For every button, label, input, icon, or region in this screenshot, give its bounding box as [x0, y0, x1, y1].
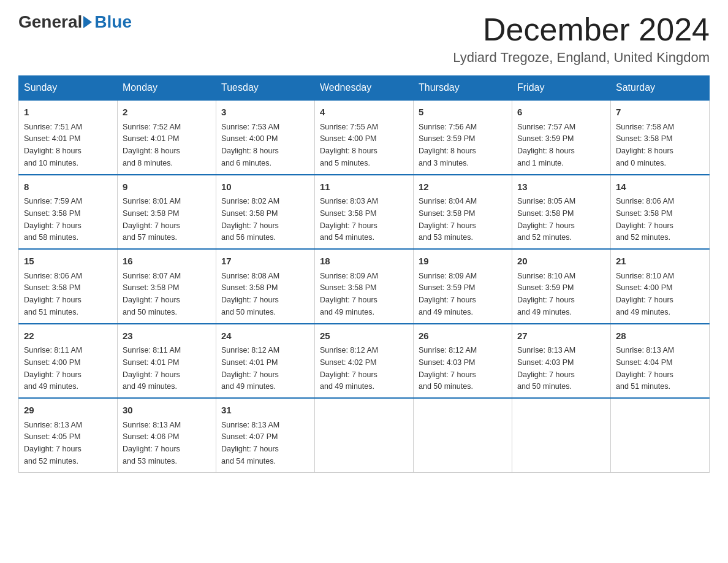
day-number: 30 [123, 404, 211, 418]
calendar-week-3: 15Sunrise: 8:06 AMSunset: 3:58 PMDayligh… [19, 249, 710, 324]
logo-general-text: General [18, 12, 82, 32]
day-info: Sunrise: 8:08 AMSunset: 3:58 PMDaylight:… [221, 272, 279, 316]
calendar-cell [414, 398, 512, 472]
calendar-cell: 17Sunrise: 8:08 AMSunset: 3:58 PMDayligh… [216, 249, 315, 324]
day-info: Sunrise: 7:53 AMSunset: 4:00 PMDaylight:… [221, 123, 279, 167]
page-header: General Blue December 2024 Lydiard Trego… [18, 12, 710, 66]
day-info: Sunrise: 8:13 AMSunset: 4:03 PMDaylight:… [517, 346, 575, 391]
day-number: 1 [24, 105, 112, 120]
day-info: Sunrise: 7:56 AMSunset: 3:59 PMDaylight:… [419, 123, 477, 167]
weekday-header-thursday: Thursday [414, 76, 512, 101]
calendar-cell: 31Sunrise: 8:13 AMSunset: 4:07 PMDayligh… [216, 398, 315, 472]
day-number: 11 [320, 180, 408, 194]
day-number: 21 [616, 255, 704, 269]
calendar-table: SundayMondayTuesdayWednesdayThursdayFrid… [18, 75, 710, 473]
day-info: Sunrise: 7:55 AMSunset: 4:00 PMDaylight:… [320, 123, 378, 167]
weekday-header-monday: Monday [118, 76, 216, 101]
calendar-cell: 19Sunrise: 8:09 AMSunset: 3:59 PMDayligh… [414, 249, 512, 324]
calendar-cell: 20Sunrise: 8:10 AMSunset: 3:59 PMDayligh… [512, 249, 611, 324]
day-number: 16 [123, 255, 211, 269]
day-number: 6 [517, 105, 605, 120]
day-info: Sunrise: 8:05 AMSunset: 3:58 PMDaylight:… [517, 197, 575, 242]
calendar-cell: 21Sunrise: 8:10 AMSunset: 4:00 PMDayligh… [611, 249, 710, 324]
logo: General Blue [18, 12, 132, 32]
calendar-cell [512, 398, 611, 472]
weekday-header-tuesday: Tuesday [216, 76, 315, 101]
calendar-cell: 22Sunrise: 8:11 AMSunset: 4:00 PMDayligh… [19, 324, 118, 399]
calendar-cell [611, 398, 710, 472]
calendar-cell: 6Sunrise: 7:57 AMSunset: 3:59 PMDaylight… [512, 100, 611, 175]
calendar-cell: 18Sunrise: 8:09 AMSunset: 3:58 PMDayligh… [315, 249, 414, 324]
day-info: Sunrise: 8:12 AMSunset: 4:03 PMDaylight:… [419, 346, 477, 391]
day-info: Sunrise: 8:13 AMSunset: 4:07 PMDaylight:… [221, 421, 279, 465]
day-info: Sunrise: 8:10 AMSunset: 3:59 PMDaylight:… [517, 272, 575, 316]
day-number: 7 [616, 105, 704, 120]
day-number: 29 [24, 404, 112, 418]
day-number: 25 [320, 329, 408, 343]
weekday-header-row: SundayMondayTuesdayWednesdayThursdayFrid… [19, 76, 710, 101]
day-number: 13 [517, 180, 605, 194]
day-info: Sunrise: 8:09 AMSunset: 3:59 PMDaylight:… [419, 272, 477, 316]
day-number: 23 [123, 329, 211, 343]
calendar-cell: 13Sunrise: 8:05 AMSunset: 3:58 PMDayligh… [512, 175, 611, 250]
weekday-header-wednesday: Wednesday [315, 76, 414, 101]
day-number: 19 [419, 255, 507, 269]
day-info: Sunrise: 8:09 AMSunset: 3:58 PMDaylight:… [320, 272, 378, 316]
day-info: Sunrise: 8:11 AMSunset: 4:00 PMDaylight:… [24, 346, 82, 391]
location-title: Lydiard Tregoze, England, United Kingdom [453, 50, 710, 66]
day-number: 27 [517, 329, 605, 343]
calendar-cell: 4Sunrise: 7:55 AMSunset: 4:00 PMDaylight… [315, 100, 414, 175]
calendar-cell: 23Sunrise: 8:11 AMSunset: 4:01 PMDayligh… [118, 324, 216, 399]
calendar-cell: 16Sunrise: 8:07 AMSunset: 3:58 PMDayligh… [118, 249, 216, 324]
calendar-cell: 25Sunrise: 8:12 AMSunset: 4:02 PMDayligh… [315, 324, 414, 399]
day-number: 2 [123, 105, 211, 120]
day-number: 20 [517, 255, 605, 269]
calendar-cell: 29Sunrise: 8:13 AMSunset: 4:05 PMDayligh… [19, 398, 118, 472]
calendar-week-1: 1Sunrise: 7:51 AMSunset: 4:01 PMDaylight… [19, 100, 710, 175]
logo-arrow-icon [83, 16, 92, 28]
weekday-header-saturday: Saturday [611, 76, 710, 101]
month-title: December 2024 [453, 12, 710, 47]
day-number: 28 [616, 329, 704, 343]
day-number: 15 [24, 255, 112, 269]
calendar-cell: 1Sunrise: 7:51 AMSunset: 4:01 PMDaylight… [19, 100, 118, 175]
day-info: Sunrise: 8:13 AMSunset: 4:06 PMDaylight:… [123, 421, 181, 465]
day-info: Sunrise: 7:52 AMSunset: 4:01 PMDaylight:… [123, 123, 181, 167]
day-number: 9 [123, 180, 211, 194]
day-number: 31 [221, 404, 309, 418]
calendar-cell: 9Sunrise: 8:01 AMSunset: 3:58 PMDaylight… [118, 175, 216, 250]
day-number: 8 [24, 180, 112, 194]
logo-blue-part: Blue [82, 12, 132, 32]
day-info: Sunrise: 8:04 AMSunset: 3:58 PMDaylight:… [419, 197, 477, 242]
calendar-cell: 12Sunrise: 8:04 AMSunset: 3:58 PMDayligh… [414, 175, 512, 250]
day-info: Sunrise: 8:02 AMSunset: 3:58 PMDaylight:… [221, 197, 279, 242]
calendar-cell: 30Sunrise: 8:13 AMSunset: 4:06 PMDayligh… [118, 398, 216, 472]
day-info: Sunrise: 8:07 AMSunset: 3:58 PMDaylight:… [123, 272, 181, 316]
calendar-cell: 27Sunrise: 8:13 AMSunset: 4:03 PMDayligh… [512, 324, 611, 399]
day-number: 22 [24, 329, 112, 343]
day-info: Sunrise: 7:57 AMSunset: 3:59 PMDaylight:… [517, 123, 575, 167]
day-number: 14 [616, 180, 704, 194]
title-section: December 2024 Lydiard Tregoze, England, … [453, 12, 710, 66]
calendar-cell: 28Sunrise: 8:13 AMSunset: 4:04 PMDayligh… [611, 324, 710, 399]
calendar-week-4: 22Sunrise: 8:11 AMSunset: 4:00 PMDayligh… [19, 324, 710, 399]
calendar-cell: 3Sunrise: 7:53 AMSunset: 4:00 PMDaylight… [216, 100, 315, 175]
day-info: Sunrise: 7:59 AMSunset: 3:58 PMDaylight:… [24, 197, 82, 242]
day-number: 3 [221, 105, 309, 120]
calendar-cell [315, 398, 414, 472]
calendar-week-2: 8Sunrise: 7:59 AMSunset: 3:58 PMDaylight… [19, 175, 710, 250]
day-info: Sunrise: 7:51 AMSunset: 4:01 PMDaylight:… [24, 123, 82, 167]
calendar-week-5: 29Sunrise: 8:13 AMSunset: 4:05 PMDayligh… [19, 398, 710, 472]
weekday-header-sunday: Sunday [19, 76, 118, 101]
calendar-cell: 8Sunrise: 7:59 AMSunset: 3:58 PMDaylight… [19, 175, 118, 250]
calendar-cell: 24Sunrise: 8:12 AMSunset: 4:01 PMDayligh… [216, 324, 315, 399]
day-info: Sunrise: 8:13 AMSunset: 4:05 PMDaylight:… [24, 421, 82, 465]
day-number: 18 [320, 255, 408, 269]
calendar-cell: 7Sunrise: 7:58 AMSunset: 3:58 PMDaylight… [611, 100, 710, 175]
day-info: Sunrise: 8:12 AMSunset: 4:01 PMDaylight:… [221, 346, 279, 391]
day-info: Sunrise: 8:10 AMSunset: 4:00 PMDaylight:… [616, 272, 674, 316]
calendar-cell: 11Sunrise: 8:03 AMSunset: 3:58 PMDayligh… [315, 175, 414, 250]
day-info: Sunrise: 8:12 AMSunset: 4:02 PMDaylight:… [320, 346, 378, 391]
logo-blue-text: Blue [94, 12, 132, 32]
calendar-cell: 10Sunrise: 8:02 AMSunset: 3:58 PMDayligh… [216, 175, 315, 250]
